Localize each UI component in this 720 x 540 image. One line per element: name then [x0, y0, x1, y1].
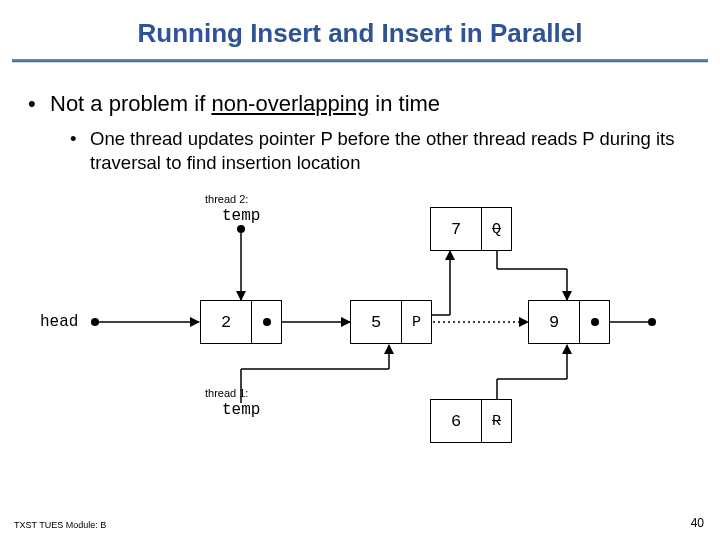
node-9-ptr	[579, 301, 609, 343]
head-label: head	[40, 313, 78, 331]
node-6: 6 R	[430, 399, 512, 443]
node-2-value: 2	[201, 301, 251, 343]
bullet1-post: in time	[369, 91, 440, 116]
node-7-ptr-Q: Q	[481, 208, 511, 250]
thread2-label: thread 2:	[205, 193, 248, 205]
bullet1-underlined: non-overlapping	[211, 91, 369, 116]
bullet2-text: One thread updates pointer P before the …	[90, 127, 692, 175]
node-2-ptr	[251, 301, 281, 343]
node-2: 2	[200, 300, 282, 344]
footer-page-number: 40	[691, 516, 704, 530]
bullet-dot: •	[28, 91, 50, 117]
list-terminator-dot	[648, 318, 656, 326]
node-5-value: 5	[351, 301, 401, 343]
node-6-value: 6	[431, 400, 481, 442]
node-5: 5 P	[350, 300, 432, 344]
thread1-label: thread 1:	[205, 387, 248, 399]
thread1-temp: temp	[222, 401, 260, 419]
bullet-level2: • One thread updates pointer P before th…	[70, 127, 692, 175]
bullet-dot: •	[70, 127, 90, 175]
bullet1-pre: Not a problem if	[50, 91, 211, 116]
footer-module: TXST TUES Module: B	[14, 520, 106, 530]
slide-title: Running Insert and Insert in Parallel	[0, 0, 720, 59]
node-6-ptr-R: R	[481, 400, 511, 442]
ptr-dot	[591, 318, 599, 326]
node-9-value: 9	[529, 301, 579, 343]
bullet-level1: • Not a problem if non-overlapping in ti…	[28, 91, 692, 117]
node-9: 9	[528, 300, 610, 344]
node-5-ptr-P: P	[401, 301, 431, 343]
thread2-origin-dot	[237, 225, 245, 233]
node-7: 7 Q	[430, 207, 512, 251]
linked-list-diagram: head thread 2: temp thread 1: temp 2 5 P	[30, 187, 690, 447]
thread2-temp: temp	[222, 207, 260, 225]
head-origin-dot	[91, 318, 99, 326]
node-7-value: 7	[431, 208, 481, 250]
ptr-dot	[263, 318, 271, 326]
